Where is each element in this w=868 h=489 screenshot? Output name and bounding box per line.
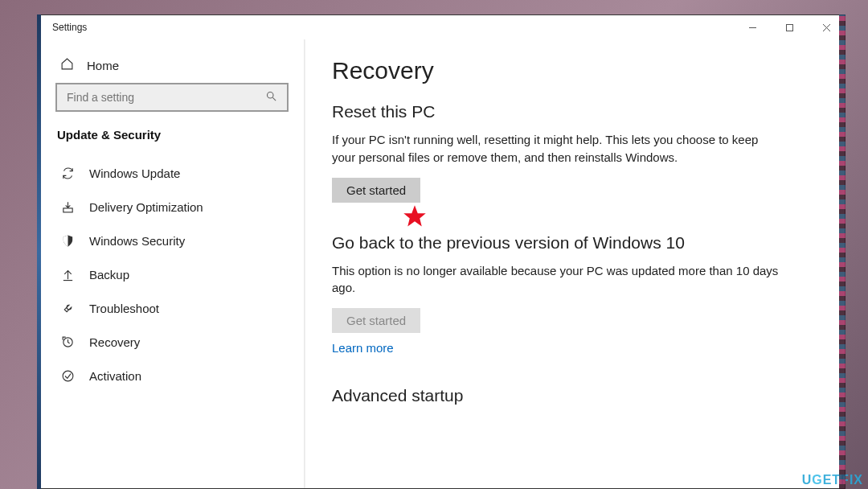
svg-point-10 [63,371,73,381]
nav-label: Recovery [89,335,140,349]
search-box[interactable] [55,83,289,112]
nav-item-backup[interactable]: Backup [39,257,305,291]
page-title: Recovery [332,57,817,84]
nav-item-windows-update[interactable]: Windows Update [39,156,305,190]
nav-list: Windows Update Delivery Optimization Win… [39,156,305,392]
backup-arrow-icon [60,267,75,281]
advanced-heading: Advanced startup [332,386,817,405]
titlebar: Settings [39,15,845,39]
goback-heading: Go back to the previous version of Windo… [332,233,817,253]
search-input[interactable] [67,91,265,104]
svg-point-4 [268,92,274,98]
watermark: UGETFIX [802,473,863,487]
nav-item-activation[interactable]: Activation [39,359,305,392]
settings-window: Settings Home [39,14,845,489]
nav-item-recovery[interactable]: Recovery [39,325,305,359]
nav-label: Delivery Optimization [89,200,203,214]
wrench-icon [60,301,75,315]
nav-item-troubleshoot[interactable]: Troubleshoot [39,291,305,325]
window-title: Settings [52,22,87,33]
reset-text: If your PC isn't running well, resetting… [332,131,782,166]
section-reset-this-pc: Reset this PC If your PC isn't running w… [332,102,817,203]
section-go-back: Go back to the previous version of Windo… [332,233,817,356]
category-title: Update & Security [39,123,305,156]
maximize-button[interactable] [771,15,808,39]
reset-get-started-button[interactable]: Get started [332,178,420,203]
svg-line-5 [272,97,276,101]
svg-rect-1 [786,24,792,31]
nav-label: Windows Security [89,234,185,248]
reset-heading: Reset this PC [332,102,817,121]
decorative-right-strip [839,14,845,489]
shield-icon [60,233,75,248]
nav-label: Activation [89,369,141,383]
check-circle-icon [60,368,75,383]
download-icon [60,199,75,214]
svg-marker-11 [403,205,426,226]
section-advanced-startup: Advanced startup [332,386,817,405]
content-area: Recovery Reset this PC If your PC isn't … [305,39,845,488]
nav-item-windows-security[interactable]: Windows Security [39,224,305,257]
sidebar: Home Update & Security Windows Update [39,39,305,488]
nav-label: Windows Update [89,166,180,180]
nav-label: Troubleshoot [89,302,159,315]
sync-icon [60,166,75,180]
nav-item-delivery-optimization[interactable]: Delivery Optimization [39,190,305,224]
window-controls [734,15,845,39]
goback-text: This option is no longer available becau… [332,262,782,298]
nav-label: Backup [89,268,129,281]
minimize-button[interactable] [734,15,771,39]
svg-rect-6 [63,208,72,212]
recovery-icon [60,335,75,349]
decorative-left-strip [37,14,41,489]
star-annotation-icon [403,204,427,228]
home-label: Home [87,59,119,72]
home-icon [60,57,74,73]
search-icon [265,90,277,105]
goback-get-started-button: Get started [332,308,420,333]
learn-more-link[interactable]: Learn more [332,341,394,355]
home-link[interactable]: Home [39,51,305,83]
